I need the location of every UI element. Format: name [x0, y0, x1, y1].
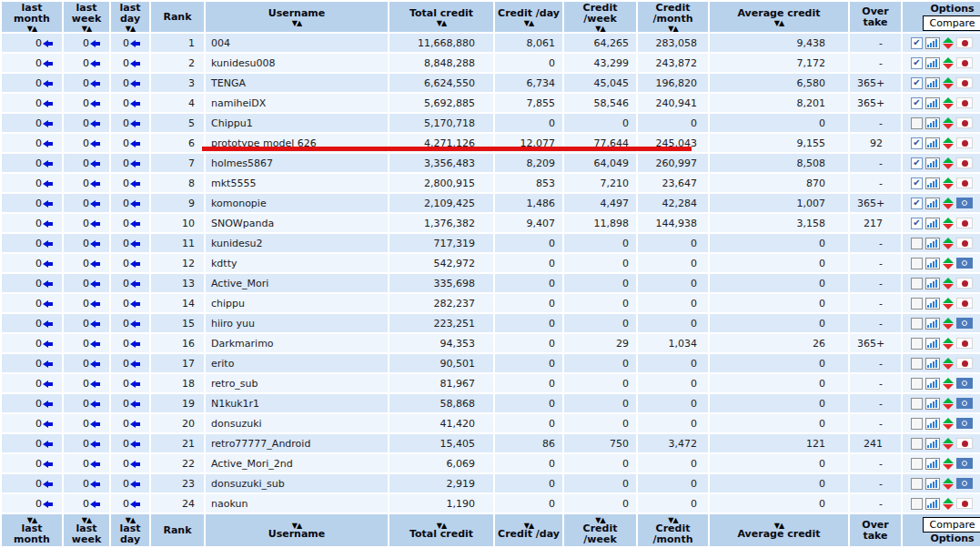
col-header-credit_week[interactable]: ▼▲Credit /week — [564, 514, 636, 546]
stats-chart-icon[interactable] — [925, 458, 940, 470]
compare-updown-icon[interactable] — [943, 398, 954, 410]
compare-checkbox[interactable] — [911, 258, 923, 269]
col-header-last_month[interactable]: ▼▲last month — [2, 514, 62, 546]
sort-asc-icon[interactable]: ▲ — [32, 25, 36, 33]
col-header-last_month[interactable]: last month▼▲ — [2, 2, 62, 32]
compare-updown-icon[interactable] — [943, 137, 954, 149]
stats-chart-icon[interactable] — [925, 498, 940, 510]
compare-checkbox[interactable] — [911, 438, 923, 450]
compare-checkbox[interactable] — [911, 198, 923, 209]
compare-updown-icon[interactable] — [943, 478, 954, 490]
compare-checkbox[interactable] — [911, 398, 923, 410]
compare-checkbox[interactable] — [911, 338, 923, 350]
compare-updown-icon[interactable] — [943, 358, 954, 370]
col-header-last_week[interactable]: ▼▲last week — [64, 514, 109, 546]
col-header-avg_credit[interactable]: ▼▲Average credit — [710, 514, 848, 546]
compare-checkbox[interactable] — [911, 478, 923, 490]
sort-arrows-icon[interactable]: ▼▲ — [640, 25, 706, 32]
compare-updown-icon[interactable] — [943, 438, 954, 450]
stats-chart-icon[interactable] — [925, 178, 940, 189]
compare-updown-icon[interactable] — [943, 117, 954, 129]
sort-asc-icon[interactable]: ▲ — [673, 25, 678, 33]
sort-asc-icon[interactable]: ▲ — [529, 19, 533, 27]
sort-arrows-icon[interactable]: ▼▲ — [566, 25, 634, 32]
compare-checkbox[interactable] — [911, 117, 923, 129]
compare-checkbox[interactable] — [911, 458, 923, 470]
compare-checkbox[interactable] — [911, 137, 923, 149]
stats-chart-icon[interactable] — [925, 478, 940, 490]
stats-chart-icon[interactable] — [925, 258, 940, 269]
compare-checkbox[interactable] — [911, 358, 923, 370]
stats-chart-icon[interactable] — [925, 57, 940, 69]
sort-arrows-icon[interactable]: ▼▲ — [66, 25, 107, 32]
compare-checkbox[interactable] — [911, 298, 923, 310]
col-header-credit_day[interactable]: Credit /day▼▲ — [495, 2, 562, 32]
compare-checkbox[interactable] — [911, 77, 923, 89]
compare-checkbox[interactable] — [911, 378, 923, 390]
col-header-last_week[interactable]: last week▼▲ — [64, 2, 109, 32]
compare-updown-icon[interactable] — [943, 338, 954, 350]
stats-chart-icon[interactable] — [925, 238, 940, 249]
col-header-credit_day[interactable]: ▼▲Credit /day — [495, 514, 562, 546]
compare-checkbox[interactable] — [911, 97, 923, 109]
stats-chart-icon[interactable] — [925, 77, 940, 89]
sort-asc-icon[interactable]: ▲ — [779, 19, 783, 27]
stats-chart-icon[interactable] — [925, 117, 940, 129]
compare-checkbox[interactable] — [911, 178, 923, 189]
compare-checkbox[interactable] — [911, 157, 923, 169]
stats-chart-icon[interactable] — [925, 378, 940, 390]
col-header-credit_week[interactable]: Credit /week▼▲ — [564, 2, 636, 32]
stats-chart-icon[interactable] — [925, 398, 940, 410]
sort-arrows-icon[interactable]: ▼▲ — [207, 19, 386, 26]
col-header-credit_month[interactable]: ▼▲Credit /month — [638, 514, 708, 546]
compare-updown-icon[interactable] — [943, 458, 954, 470]
stats-chart-icon[interactable] — [925, 318, 940, 330]
compare-updown-icon[interactable] — [943, 258, 954, 269]
stats-chart-icon[interactable] — [925, 358, 940, 370]
compare-updown-icon[interactable] — [943, 278, 954, 289]
compare-updown-icon[interactable] — [943, 97, 954, 109]
compare-checkbox[interactable] — [911, 498, 923, 510]
compare-checkbox[interactable] — [911, 37, 923, 49]
compare-updown-icon[interactable] — [943, 238, 954, 249]
compare-updown-icon[interactable] — [943, 378, 954, 390]
compare-updown-icon[interactable] — [943, 37, 954, 49]
sort-arrows-icon[interactable]: ▼▲ — [391, 19, 491, 26]
col-header-last_day[interactable]: ▼▲last day — [111, 514, 149, 546]
col-header-last_day[interactable]: last day▼▲ — [111, 2, 149, 32]
stats-chart-icon[interactable] — [925, 338, 940, 350]
compare-updown-icon[interactable] — [943, 178, 954, 189]
sort-asc-icon[interactable]: ▲ — [130, 25, 135, 33]
compare-checkbox[interactable] — [911, 318, 923, 330]
compare-updown-icon[interactable] — [943, 218, 954, 229]
compare-checkbox[interactable] — [911, 418, 923, 430]
stats-chart-icon[interactable] — [925, 218, 940, 229]
stats-chart-icon[interactable] — [925, 298, 940, 310]
compare-checkbox[interactable] — [911, 218, 923, 229]
stats-chart-icon[interactable] — [925, 418, 940, 430]
sort-asc-icon[interactable]: ▲ — [86, 25, 91, 33]
stats-chart-icon[interactable] — [925, 37, 940, 49]
compare-updown-icon[interactable] — [943, 498, 954, 510]
stats-chart-icon[interactable] — [925, 137, 940, 149]
col-header-username[interactable]: Username▼▲ — [206, 2, 388, 32]
compare-updown-icon[interactable] — [943, 157, 954, 169]
sort-asc-icon[interactable]: ▲ — [297, 19, 301, 27]
compare-updown-icon[interactable] — [943, 318, 954, 330]
sort-asc-icon[interactable]: ▲ — [441, 19, 446, 27]
stats-chart-icon[interactable] — [925, 438, 940, 450]
stats-chart-icon[interactable] — [925, 157, 940, 169]
col-header-credit_month[interactable]: Credit /month▼▲ — [638, 2, 708, 32]
compare-button[interactable]: Compare — [923, 517, 980, 533]
sort-arrows-icon[interactable]: ▼▲ — [712, 19, 846, 26]
stats-chart-icon[interactable] — [925, 278, 940, 289]
compare-updown-icon[interactable] — [943, 418, 954, 430]
compare-button[interactable]: Compare — [923, 15, 980, 31]
compare-updown-icon[interactable] — [943, 198, 954, 209]
col-header-username[interactable]: ▼▲Username — [206, 514, 388, 546]
sort-arrows-icon[interactable]: ▼▲ — [4, 25, 60, 32]
compare-checkbox[interactable] — [911, 278, 923, 289]
sort-arrows-icon[interactable]: ▼▲ — [497, 19, 561, 26]
col-header-total_credit[interactable]: ▼▲Total credit — [389, 514, 493, 546]
stats-chart-icon[interactable] — [925, 97, 940, 109]
